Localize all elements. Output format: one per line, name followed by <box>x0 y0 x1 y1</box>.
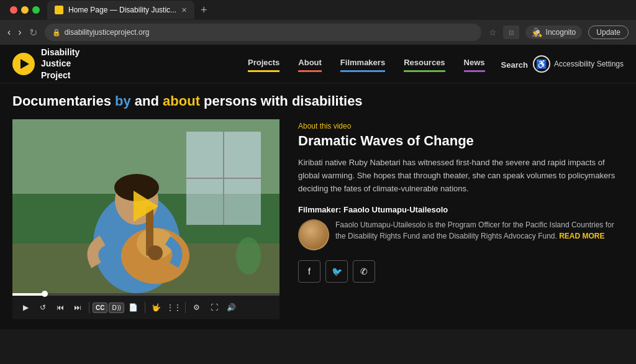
logo-play-icon <box>12 53 35 75</box>
filmmaker-label: Filmmaker: Faaolo Utumapu-Utailesolo <box>298 205 624 214</box>
control-divider-3 <box>185 302 186 313</box>
back-button[interactable]: ‹ <box>7 27 11 38</box>
tab-title: Home Page — Disability Justic... <box>68 6 176 14</box>
control-divider-2 <box>145 302 145 313</box>
audio-description-button[interactable]: D )) <box>109 303 124 313</box>
nav-item-resources[interactable]: Resources <box>396 55 452 72</box>
video-label: About this video <box>298 122 624 130</box>
browser-chrome: Home Page — Disability Justic... ✕ + ‹ ›… <box>0 0 636 45</box>
window-controls <box>5 6 45 14</box>
fast-forward-button[interactable]: ⏭ <box>70 299 86 316</box>
whatsapp-share-button[interactable]: ✆ <box>353 260 375 283</box>
video-container: ▶ ↺ ⏮ ⏭ CC D )) 📄 🤟 ⋮⋮ ⚙ ⛶ 🔊 <box>12 119 279 319</box>
video-title: Dramatic Waves of Change <box>298 133 624 149</box>
nav-item-projects[interactable]: Projects <box>240 55 287 72</box>
filmmaker-bio: Faaolo Utumapu-Utailesolo is the Program… <box>298 219 624 250</box>
url-bar[interactable]: 🔒 disabilityjusticeproject.org <box>45 24 481 41</box>
filmmaker-avatar <box>298 219 329 250</box>
video-frame[interactable] <box>12 119 279 293</box>
video-controls: ▶ ↺ ⏮ ⏭ CC D )) 📄 🤟 ⋮⋮ ⚙ ⛶ 🔊 <box>12 296 279 319</box>
video-description: Kiribati native Ruby Nabetari has witnes… <box>298 157 624 195</box>
read-more-link[interactable]: READ MORE <box>559 232 604 240</box>
video-progress-bar[interactable] <box>12 293 279 296</box>
twitter-share-button[interactable]: 🐦 <box>325 260 348 283</box>
control-divider-1 <box>89 302 89 313</box>
forward-button[interactable]: › <box>18 27 21 38</box>
site-header: Disability Justice Project Projects Abou… <box>0 45 636 83</box>
transcript-button[interactable]: 📄 <box>125 299 142 316</box>
facebook-share-button[interactable]: f <box>298 260 320 283</box>
video-progress-dot <box>42 291 48 297</box>
address-bar: ‹ › ↻ 🔒 disabilityjusticeproject.org ☆ ⊡… <box>0 20 636 45</box>
svg-point-9 <box>148 245 163 260</box>
sign-language-button[interactable]: 🤟 <box>148 299 165 316</box>
chapters-button[interactable]: ⋮⋮ <box>166 299 182 316</box>
update-button[interactable]: Update <box>588 25 629 39</box>
close-window-button[interactable] <box>10 6 17 14</box>
filmmaker-bio-text: Faaolo Utumapu-Utailesolo is the Program… <box>335 219 624 250</box>
incognito-indicator: 🕵 Incognito <box>525 25 583 39</box>
nav-search[interactable]: Search <box>496 58 533 72</box>
maximize-window-button[interactable] <box>32 6 40 14</box>
url-text: disabilityjusticeproject.org <box>65 28 150 37</box>
minimize-window-button[interactable] <box>21 6 29 14</box>
hero-headline: Documentaries by and about persons with … <box>12 93 624 109</box>
incognito-icon: 🕵 <box>532 27 542 37</box>
rewind-button[interactable]: ⏮ <box>52 299 68 316</box>
nav-item-about[interactable]: About <box>291 55 329 72</box>
settings-button[interactable]: ⚙ <box>189 299 205 316</box>
play-button[interactable]: ▶ <box>17 299 34 316</box>
site-logo[interactable]: Disability Justice Project <box>12 47 80 81</box>
nav-item-news[interactable]: News <box>457 55 493 72</box>
tab-close-button[interactable]: ✕ <box>181 6 187 14</box>
active-tab[interactable]: Home Page — Disability Justic... ✕ <box>47 1 194 19</box>
video-info-panel: About this video Dramatic Waves of Chang… <box>298 119 624 319</box>
site: Disability Justice Project Projects Abou… <box>0 45 636 329</box>
social-share: f 🐦 ✆ <box>298 260 624 283</box>
tab-bar: Home Page — Disability Justic... ✕ + <box>0 0 636 20</box>
reload-button[interactable]: ↻ <box>29 27 37 39</box>
captions-button[interactable]: CC <box>93 303 107 313</box>
main-content: ▶ ↺ ⏮ ⏭ CC D )) 📄 🤟 ⋮⋮ ⚙ ⛶ 🔊 <box>0 114 636 329</box>
bookmark-icon[interactable]: ☆ <box>489 27 497 37</box>
play-button-overlay[interactable] <box>134 191 158 222</box>
video-progress-fill <box>12 293 45 296</box>
volume-button[interactable]: 🔊 <box>224 299 240 316</box>
replay-button[interactable]: ↺ <box>35 299 51 316</box>
accessibility-settings-button[interactable]: ♿ Accessibility Settings <box>533 55 624 73</box>
svg-point-13 <box>236 237 261 275</box>
lock-icon: 🔒 <box>52 29 61 37</box>
new-tab-button[interactable]: + <box>197 4 211 17</box>
tab-favicon <box>55 6 63 14</box>
address-bar-actions: ☆ ⊡ 🕵 Incognito Update <box>489 25 629 39</box>
hero-banner: Documentaries by and about persons with … <box>0 83 636 114</box>
cast-icon[interactable]: ⊡ <box>503 25 519 39</box>
logo-text: Disability Justice Project <box>41 47 80 81</box>
fullscreen-button[interactable]: ⛶ <box>206 299 222 316</box>
nav-item-filmmakers[interactable]: Filmmakers <box>333 55 393 72</box>
accessibility-icon: ♿ <box>533 55 550 73</box>
main-nav: Projects About Filmmakers Resources News… <box>240 55 533 72</box>
